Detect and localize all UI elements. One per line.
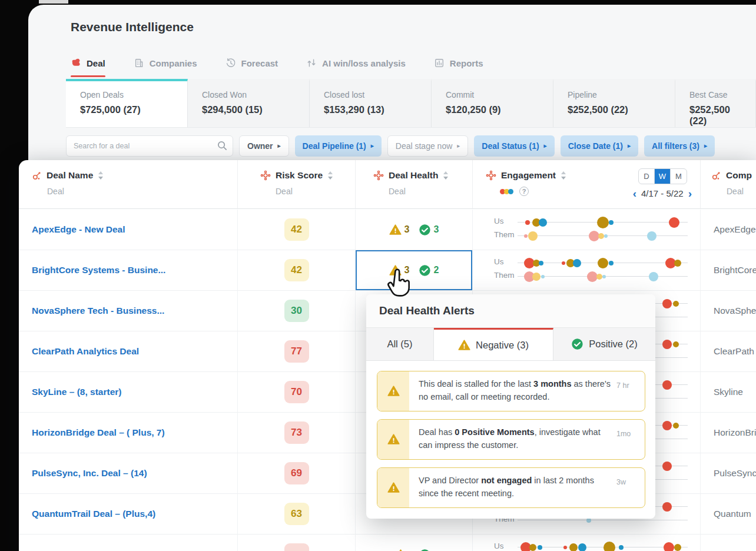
summary-card-1[interactable]: Closed Won$294,500 (15): [188, 79, 310, 127]
column-header-deal-name[interactable]: Deal Name Deal: [19, 160, 238, 208]
chip-label: Close Date (1): [568, 141, 623, 151]
help-icon[interactable]: ?: [519, 187, 529, 196]
deal-name-link[interactable]: ApexEdge - New Deal: [32, 224, 125, 235]
card-value: $120,250 (9): [446, 104, 539, 115]
tab-companies[interactable]: Companies: [134, 53, 197, 73]
sort-icon[interactable]: [327, 171, 333, 180]
column-header-deal-health[interactable]: Deal Health Deal: [356, 160, 473, 208]
column-header-risk-score[interactable]: Risk Score Deal: [238, 160, 356, 208]
tab-forecast[interactable]: Forecast: [226, 53, 278, 73]
toggle-month-button[interactable]: M: [671, 169, 687, 184]
deal-name-link[interactable]: BrightCore Systems - Busine...: [32, 265, 165, 276]
us-timeline: [518, 263, 688, 263]
page-title: Revenue Intelligence: [71, 20, 194, 34]
deal-health-cell[interactable]: 32: [356, 250, 473, 290]
filter-chip-2[interactable]: Deal stage now▸: [387, 135, 469, 157]
deal-name-link[interactable]: NovaSphere Tech - Business...: [32, 306, 164, 316]
property-icon: [486, 170, 496, 181]
engagement-dot: [539, 261, 543, 265]
engagement-dot: [604, 542, 615, 551]
company-name: Quantum: [714, 509, 751, 519]
filter-chip-4[interactable]: Close Date (1)▸: [561, 135, 638, 157]
company-cell: Quantum: [701, 494, 756, 534]
deal-tab-icon: [71, 58, 81, 68]
deal-name-link[interactable]: QuantumTrail Deal – (Plus,4): [32, 509, 155, 519]
engagement-dot: [674, 260, 681, 267]
deal-health-cell[interactable]: 33: [356, 210, 473, 250]
column-header-engagement[interactable]: Engagement ? D W M ‹ 4/17 - 5/22 ›: [473, 160, 701, 208]
alert-card: VP and Director not engaged in last 2 mo…: [377, 467, 645, 508]
range-next-icon[interactable]: ›: [688, 188, 692, 199]
filter-chip-5[interactable]: All filters (3)▸: [644, 135, 715, 157]
filter-chip-1[interactable]: Deal Pipeline (1)▸: [295, 135, 382, 157]
company-name: HorizonBridge: [714, 427, 756, 438]
engagement-dot: [597, 217, 609, 228]
company-name: Skyline: [714, 387, 743, 397]
deal-name-cell: [19, 535, 238, 551]
summary-card-5[interactable]: Best Case$252,500 (22): [675, 79, 756, 127]
engagement-cell: UsThem: [473, 535, 701, 551]
filter-chip-3[interactable]: Deal Status (1)▸: [474, 135, 554, 157]
them-label: Them: [494, 271, 515, 280]
popup-tab-all[interactable]: All (5): [366, 328, 434, 360]
engagement-dot: [538, 545, 542, 550]
deal-name-link[interactable]: PulseSync, Inc. Deal – (14): [32, 468, 147, 479]
filter-chip-0[interactable]: Owner▸: [239, 135, 289, 157]
deal-name-link[interactable]: ClearPath Analytics Deal: [32, 346, 139, 357]
card-label: Best Case: [689, 90, 741, 99]
company-name: NovaSphere: [714, 306, 756, 316]
column-sublabel: Deal: [276, 187, 355, 196]
risk-score-cell: 69: [238, 453, 356, 493]
tab-label: Forecast: [241, 58, 278, 68]
engagement-cell: UsThem: [473, 250, 701, 290]
deal-name-cell: PulseSync, Inc. Deal – (14): [19, 453, 238, 493]
popup-tab-positive[interactable]: Positive (2): [553, 328, 655, 360]
summary-card-2[interactable]: Closed lost$153,290 (13): [310, 79, 432, 127]
deal-health-cell[interactable]: [356, 535, 473, 551]
them-timeline: [518, 520, 688, 520]
alert-timestamp: 1mo: [616, 420, 645, 459]
engagement-dot: [596, 274, 602, 280]
popup-tab-negative[interactable]: Negative (3): [434, 328, 553, 360]
risk-score-badge: 70: [284, 381, 309, 403]
column-label: Deal Health: [389, 170, 438, 181]
tab-reports[interactable]: Reports: [434, 53, 483, 73]
summary-card-3[interactable]: Commit$120,250 (9): [432, 79, 553, 127]
range-prev-icon[interactable]: ‹: [633, 188, 636, 199]
engagement-cell: UsThem: [473, 210, 701, 250]
us-timeline: [518, 547, 688, 547]
summary-card-4[interactable]: Pipeline$252,500 (22): [553, 79, 675, 127]
tab-ai[interactable]: AI win/loss analysis: [306, 53, 406, 73]
search-input[interactable]: [66, 135, 233, 157]
risk-score-badge: 77: [284, 340, 309, 363]
sort-icon[interactable]: [98, 171, 104, 180]
risk-score-badge: 73: [284, 421, 309, 444]
sort-icon[interactable]: [443, 171, 449, 180]
toggle-day-button[interactable]: D: [639, 169, 655, 184]
summary-card-0[interactable]: Open Deals$725,000 (27): [66, 79, 188, 127]
toggle-week-button[interactable]: W: [655, 169, 671, 184]
risk-score-cell: 42: [238, 210, 356, 250]
company-cell: ClearPath: [701, 331, 756, 371]
engagement-dot: [662, 340, 672, 349]
tab-deal[interactable]: Deal: [71, 53, 105, 73]
deal-name-link[interactable]: HorizonBridge Deal – ( Plus, 7): [32, 427, 165, 438]
chip-arrow-icon: ▸: [628, 143, 631, 149]
alert-text: This deal is stalled for the last 3 mont…: [409, 371, 616, 411]
property-icon: [260, 170, 271, 181]
engagement-dot: [619, 545, 624, 550]
alert-warning-strip: [377, 468, 409, 507]
tab-label: All (5): [387, 338, 412, 350]
us-timeline: [518, 222, 688, 223]
popup-header: Deal Health Alerts: [366, 294, 655, 328]
company-name: ApexEdge: [714, 224, 756, 235]
ai-winloss-tab-icon: [306, 58, 317, 68]
engagement-dot: [662, 421, 672, 430]
engagement-dot: [598, 258, 608, 268]
sort-icon[interactable]: [561, 171, 566, 180]
negative-count: 3: [404, 265, 410, 276]
deal-name-link[interactable]: SkyLine – (8, starter): [32, 387, 121, 397]
positive-check-icon: [571, 338, 583, 350]
column-header-company[interactable]: Comp Deal: [701, 160, 756, 208]
them-timeline: [518, 235, 688, 236]
